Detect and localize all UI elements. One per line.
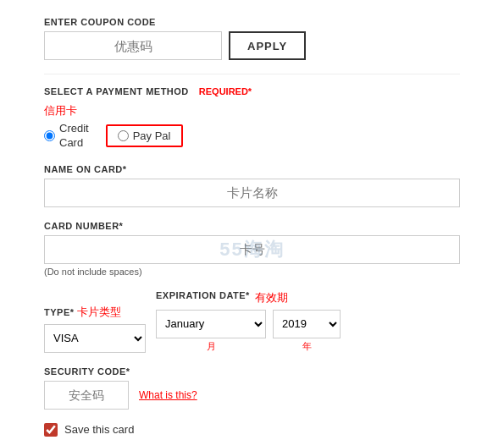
type-expiry-section: TYPE* 卡片类型 VISA MasterCard Amex Discover… bbox=[44, 290, 460, 353]
security-code-row: What is this? bbox=[44, 381, 460, 410]
paypal-radio[interactable] bbox=[118, 130, 129, 141]
type-select[interactable]: VISA MasterCard Amex Discover bbox=[44, 324, 146, 353]
name-on-card-label: NAME ON CARD* bbox=[44, 164, 460, 174]
security-code-section: SECURITY CODE* What is this? bbox=[44, 366, 460, 410]
credit-card-label: CreditCard bbox=[59, 122, 89, 151]
expiry-label-row: EXPIRATION DATE* 有效期 bbox=[156, 290, 460, 305]
payment-options: CreditCard Pay Pal bbox=[44, 122, 460, 151]
credit-card-option[interactable]: CreditCard bbox=[44, 122, 89, 151]
divider-1 bbox=[44, 74, 460, 74]
save-card-row: Save this card bbox=[44, 423, 460, 437]
year-chinese: 年 bbox=[273, 340, 341, 353]
security-code-input[interactable] bbox=[44, 381, 129, 410]
save-card-checkbox[interactable] bbox=[44, 423, 58, 437]
month-chinese: 月 bbox=[156, 340, 266, 353]
type-col: TYPE* 卡片类型 VISA MasterCard Amex Discover bbox=[44, 305, 146, 353]
paypal-option[interactable]: Pay Pal bbox=[106, 124, 183, 147]
type-expiry-row: TYPE* 卡片类型 VISA MasterCard Amex Discover… bbox=[44, 290, 460, 353]
payment-chinese-label: 信用卡 bbox=[44, 103, 460, 118]
required-label: REQUIRED* bbox=[199, 86, 252, 96]
no-spaces-note: (Do not include spaces) bbox=[44, 267, 460, 277]
card-number-label: CARD NUMBER* bbox=[44, 221, 460, 231]
coupon-input[interactable] bbox=[44, 31, 222, 60]
year-wrapper: 2019 2020 2021 2022 2023 2024 2025 年 bbox=[273, 310, 341, 353]
expiry-selects: January February March April May June Ju… bbox=[156, 310, 460, 353]
month-select[interactable]: January February March April May June Ju… bbox=[156, 310, 266, 338]
type-label: TYPE* bbox=[44, 307, 75, 317]
payment-method-label: SELECT A PAYMENT METHOD bbox=[44, 86, 189, 96]
security-code-label: SECURITY CODE* bbox=[44, 366, 460, 377]
credit-card-radio[interactable] bbox=[44, 130, 55, 141]
coupon-label: ENTER COUPON CODE bbox=[44, 17, 460, 27]
payment-header: SELECT A PAYMENT METHOD REQUIRED* bbox=[44, 86, 460, 96]
expiry-col: EXPIRATION DATE* 有效期 January February Ma… bbox=[156, 290, 460, 353]
paypal-label: Pay Pal bbox=[133, 129, 171, 142]
payment-section: SELECT A PAYMENT METHOD REQUIRED* 信用卡 Cr… bbox=[44, 86, 460, 151]
type-chinese-label: 卡片类型 bbox=[77, 305, 121, 318]
coupon-section: ENTER COUPON CODE APPLY bbox=[44, 17, 460, 60]
name-on-card-section: NAME ON CARD* bbox=[44, 164, 460, 207]
expiry-chinese-label: 有效期 bbox=[255, 290, 288, 305]
what-is-this-link[interactable]: What is this? bbox=[139, 389, 197, 401]
type-label-row: TYPE* 卡片类型 bbox=[44, 305, 146, 320]
apply-button[interactable]: APPLY bbox=[229, 31, 306, 60]
save-card-label: Save this card bbox=[64, 423, 134, 436]
expiry-label: EXPIRATION DATE* bbox=[156, 290, 250, 300]
coupon-row: APPLY bbox=[44, 31, 460, 60]
card-number-section: CARD NUMBER* 55海淘 (Do not include spaces… bbox=[44, 221, 460, 277]
month-wrapper: January February March April May June Ju… bbox=[156, 310, 266, 353]
card-number-wrapper: 55海淘 bbox=[44, 235, 460, 264]
name-on-card-input[interactable] bbox=[44, 179, 460, 207]
card-number-input[interactable] bbox=[44, 235, 460, 264]
year-select[interactable]: 2019 2020 2021 2022 2023 2024 2025 bbox=[273, 310, 341, 338]
